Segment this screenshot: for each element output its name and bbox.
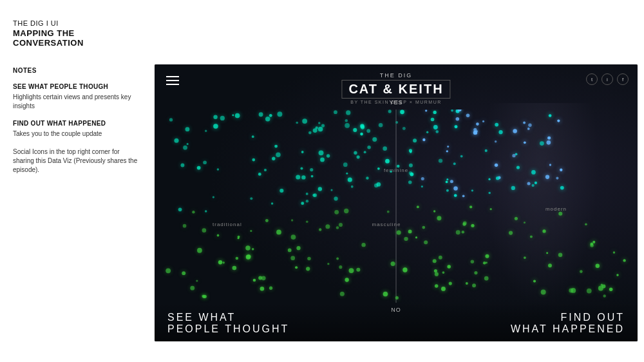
instagram-icon[interactable]: i <box>601 73 613 85</box>
axis-yes-label: YES <box>389 99 402 106</box>
note-body-1: Highlights certain views and presents ke… <box>13 93 142 111</box>
app-title-main: MAPPING THE CONVERSATION <box>13 28 142 48</box>
hamburger-menu[interactable] <box>166 76 179 85</box>
facebook-icon[interactable]: f <box>617 73 629 85</box>
note-body-3: Social Icons in the top right corner for… <box>13 148 142 175</box>
dots-canvas <box>155 110 638 303</box>
viz-names-label: CAT & KEITH <box>341 80 450 99</box>
note-body-2: Takes you to the couple update <box>13 129 142 138</box>
app-title-top: THE DIG I UI <box>13 19 142 27</box>
notes-label: NOTES <box>13 67 142 74</box>
see-what-line1: SEE WHAT <box>167 312 289 323</box>
left-panel: THE DIG I UI MAPPING THE CONVERSATION NO… <box>0 0 155 362</box>
note-heading-2: FIND OUT WHAT HAPPENED <box>13 120 142 127</box>
note-heading-1: SEE WHAT PEOPLE THOUGH <box>13 83 142 90</box>
viz-container: THE DIG CAT & KEITH BY THE SKIN DEEP × M… <box>155 64 638 341</box>
find-out-what-happened-nav[interactable]: FIND OUT WHAT HAPPENED <box>511 312 625 335</box>
viz-the-dig-label: THE DIG <box>341 72 450 79</box>
scatter-area: YES NO traditional modern feminine mascu… <box>155 110 638 303</box>
see-what-people-thought-nav[interactable]: SEE WHAT PEOPLE THOUGHT <box>167 312 289 335</box>
social-icons: t i f <box>586 73 629 85</box>
twitter-icon[interactable]: t <box>586 73 598 85</box>
viz-bottom-nav: SEE WHAT PEOPLE THOUGHT FIND OUT WHAT HA… <box>155 303 638 341</box>
find-out-line2: WHAT HAPPENED <box>511 323 625 335</box>
find-out-line1: FIND OUT <box>511 312 625 323</box>
see-what-line2: PEOPLE THOUGHT <box>167 323 289 335</box>
